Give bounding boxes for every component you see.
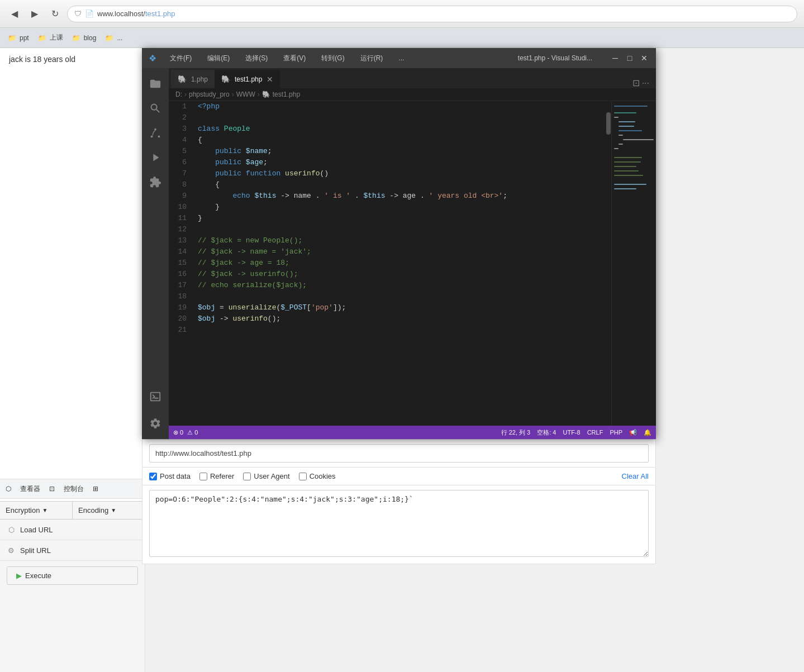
post-data-checkbox[interactable] xyxy=(149,473,157,480)
clear-all-button[interactable]: Clear All xyxy=(622,472,649,480)
vertical-scrollbar[interactable] xyxy=(606,101,611,426)
bookmark-label: ... xyxy=(117,34,122,42)
close-button[interactable]: ✕ xyxy=(639,53,649,63)
bell-icon: 🔔 xyxy=(644,429,651,436)
code-line-9: echo $this -> name . ' is ' . $this -> a… xyxy=(198,190,605,202)
split-url-label: Split URL xyxy=(20,546,51,555)
vscode-statusbar: ⊗ 0 ⚠ 0 行 22, 列 3 空格: 4 UTF-8 xyxy=(169,426,656,439)
activity-terminal-icon[interactable] xyxy=(144,385,166,408)
bookmark-more[interactable]: 📁 ... xyxy=(102,33,126,43)
breadcrumb-php-icon: 🐘 xyxy=(262,90,270,98)
status-line-col[interactable]: 行 22, 列 3 xyxy=(501,428,531,437)
console-icon-btn[interactable]: ⊡ xyxy=(46,483,58,495)
encoding-dropdown[interactable]: Encoding ▼ xyxy=(73,502,145,519)
more-actions-icon[interactable]: ··· xyxy=(642,78,649,88)
bookmark-blog[interactable]: 📁 blog xyxy=(69,33,100,43)
code-line-19: $obj = unserialize($_POST['pop']); xyxy=(198,302,605,313)
tab-1php[interactable]: 🐘 1.php xyxy=(171,69,215,88)
user-agent-label: User Agent xyxy=(254,472,289,480)
bookmark-ppt[interactable]: 📁 ppt xyxy=(4,33,32,43)
tab-php-icon: 🐘 xyxy=(178,75,187,83)
user-agent-checkbox[interactable] xyxy=(243,473,251,480)
encryption-dropdown[interactable]: Encryption ▼ xyxy=(0,502,73,519)
split-editor-icon[interactable]: ⊡ xyxy=(632,78,640,88)
bookmark-label: ppt xyxy=(20,34,29,42)
referer-option[interactable]: Referer xyxy=(199,472,234,480)
activity-settings-icon[interactable] xyxy=(144,412,166,435)
split-url-icon: ⚙ xyxy=(7,546,16,555)
code-line-4: { xyxy=(198,135,605,146)
hackbar-dropdowns: Encryption ▼ Encoding ▼ xyxy=(0,502,145,520)
svg-rect-19 xyxy=(614,188,636,189)
menu-goto[interactable]: 转到(G) xyxy=(319,53,346,64)
spaces-text: 空格: 4 xyxy=(537,428,556,437)
menu-view[interactable]: 查看(V) xyxy=(281,53,308,64)
line-ending-text: CRLF xyxy=(587,429,603,436)
forward-button[interactable]: ▶ xyxy=(27,6,42,22)
referer-checkbox[interactable] xyxy=(199,473,207,480)
post-data-input[interactable]: pop=O:6:"People":2:{s:4:"name";s:4:"jack… xyxy=(149,490,649,557)
status-encoding[interactable]: UTF-8 xyxy=(563,428,580,437)
menu-select[interactable]: 选择(S) xyxy=(243,53,270,64)
status-errors[interactable]: ⊗ 0 ⚠ 0 xyxy=(173,429,198,436)
post-data-label: Post data xyxy=(160,472,191,480)
minimize-button[interactable]: ─ xyxy=(610,53,620,63)
status-line-ending[interactable]: CRLF xyxy=(587,428,603,437)
user-agent-option[interactable]: User Agent xyxy=(243,472,289,480)
address-bar[interactable]: 🛡 📄 www.localhost/test1.php xyxy=(67,6,797,22)
svg-point-1 xyxy=(151,136,153,138)
status-bell[interactable]: 🔔 xyxy=(644,428,651,437)
vscode-body: 🐘 1.php 🐘 test1.php ✕ ⊡ ··· D: xyxy=(142,68,656,439)
hackbar-buttons: ⬡ Load URL ⚙ Split URL ▶ Execute xyxy=(0,520,145,590)
activity-files-icon[interactable] xyxy=(144,73,166,95)
refresh-button[interactable]: ↻ xyxy=(47,6,63,22)
split-url-button[interactable]: ⚙ Split URL xyxy=(0,540,145,561)
status-spaces[interactable]: 空格: 4 xyxy=(537,428,556,437)
bookmarks-bar: 📁 ppt 📁 上课 📁 blog 📁 ... xyxy=(0,28,804,48)
url-input[interactable] xyxy=(149,444,649,463)
load-url-label: Load URL xyxy=(20,526,53,534)
status-language[interactable]: PHP xyxy=(610,428,622,437)
bookmark-class[interactable]: 📁 上课 xyxy=(35,32,66,44)
back-button[interactable]: ◀ xyxy=(7,6,22,22)
execute-button[interactable]: ▶ Execute xyxy=(7,566,138,585)
svg-rect-16 xyxy=(614,170,639,171)
vscode-tabs: 🐘 1.php 🐘 test1.php ✕ ⊡ ··· xyxy=(169,68,656,88)
cookies-checkbox[interactable] xyxy=(299,473,307,480)
menu-more[interactable]: ... xyxy=(396,53,406,63)
code-line-21 xyxy=(198,325,605,336)
activity-search-icon[interactable] xyxy=(144,97,166,120)
activity-extensions-icon[interactable] xyxy=(144,171,166,193)
load-url-icon: ⬡ xyxy=(7,525,16,534)
tab-label: test1.php xyxy=(235,75,262,83)
maximize-button[interactable]: □ xyxy=(625,53,635,63)
menu-file[interactable]: 文件(F) xyxy=(168,53,194,64)
code-editor[interactable]: 12345 678910 1112131415 1617181920 21 <?… xyxy=(169,101,656,426)
page-icon: 📄 xyxy=(85,9,94,18)
menu-run[interactable]: 运行(R) xyxy=(358,53,386,64)
code-content[interactable]: <?php class People { public $name; publi… xyxy=(191,101,611,426)
warnings-icon: ⚠ xyxy=(187,429,193,436)
feedback-icon: 📢 xyxy=(629,429,637,436)
browser-panel: jack is 18 years old ⬡ 查看器 ⊡ 控制台 ⊞ Encry… xyxy=(0,48,145,672)
inspector-label-btn[interactable]: 查看器 xyxy=(17,482,44,496)
hackbar-main: Post data Referer User Agent Cookies Cle… xyxy=(142,439,656,564)
tab-test1php[interactable]: 🐘 test1.php ✕ xyxy=(215,69,280,88)
inspector-btn[interactable]: ⬡ xyxy=(2,483,15,495)
devtools-bar: ⬡ 查看器 ⊡ 控制台 ⊞ xyxy=(0,479,145,499)
line-col-text: 行 22, 列 3 xyxy=(501,428,531,437)
post-data-option[interactable]: Post data xyxy=(149,472,191,480)
cookies-option[interactable]: Cookies xyxy=(299,472,336,480)
code-line-15: // $jack -> age = 18; xyxy=(198,258,605,269)
activity-run-icon[interactable] xyxy=(144,146,166,169)
console-label-btn[interactable]: 控制台 xyxy=(60,482,87,496)
status-feedback[interactable]: 📢 xyxy=(629,428,637,437)
tab-close-icon[interactable]: ✕ xyxy=(267,75,273,84)
load-url-button[interactable]: ⬡ Load URL xyxy=(0,520,145,540)
breadcrumb-d: D: xyxy=(175,90,182,98)
activity-git-icon[interactable] xyxy=(144,122,166,144)
menu-edit[interactable]: 编辑(E) xyxy=(205,53,232,64)
network-icon-btn[interactable]: ⊞ xyxy=(89,483,102,495)
encoding-text: UTF-8 xyxy=(563,429,580,436)
encryption-label: Encryption xyxy=(6,506,40,514)
